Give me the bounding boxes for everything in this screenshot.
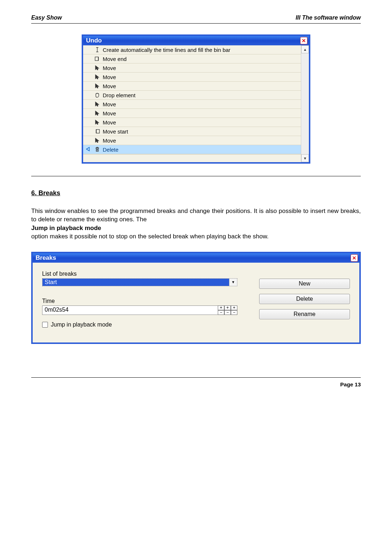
- list-of-breaks-label: List of breaks: [42, 271, 237, 277]
- undo-row-label: Move end: [103, 56, 127, 62]
- cursor-icon: [94, 74, 101, 80]
- undo-row-label: Move: [103, 74, 116, 80]
- paragraph-2: option makes it possible not to stop on …: [31, 233, 361, 241]
- jump-checkbox[interactable]: [42, 322, 48, 328]
- undo-row-label: Move: [103, 110, 116, 116]
- undo-row-label: Create automatically the time lines and …: [103, 47, 230, 53]
- undo-row-label: Move: [103, 65, 116, 71]
- undo-row[interactable]: Move: [83, 73, 301, 82]
- breaks-titlebar: Breaks ✕: [33, 253, 359, 263]
- header-divider: [31, 23, 361, 24]
- cursor-icon: [94, 101, 101, 107]
- undo-row[interactable]: Delete: [83, 145, 301, 154]
- cursor-icon: [94, 65, 101, 71]
- step-minus-icon[interactable]: −: [218, 310, 224, 315]
- text-cursor-icon: [94, 46, 101, 53]
- breaks-window: Breaks ✕ List of breaks Start ▼ Time 0m0…: [31, 252, 361, 344]
- page-header: Easy Show III The software window: [31, 15, 361, 23]
- header-left: Easy Show: [31, 15, 62, 21]
- delete-button[interactable]: Delete: [259, 294, 350, 304]
- undo-row-label: Move: [103, 83, 116, 89]
- undo-empty-row: [83, 154, 301, 162]
- chevron-down-icon[interactable]: ▼: [229, 279, 237, 286]
- move-end-icon: [94, 56, 101, 62]
- undo-row[interactable]: Move: [83, 136, 301, 145]
- undo-row[interactable]: Move: [83, 63, 301, 73]
- trash-icon: [94, 146, 101, 153]
- undo-row[interactable]: Move: [83, 100, 301, 109]
- undo-row[interactable]: Move start: [83, 127, 301, 136]
- undo-row-label: Move: [103, 101, 116, 107]
- breaks-combo[interactable]: Start ▼: [42, 278, 237, 286]
- new-button[interactable]: New: [259, 279, 350, 289]
- undo-row[interactable]: Drop element: [83, 91, 301, 100]
- breaks-title: Breaks: [36, 254, 56, 262]
- footer-divider: [31, 377, 361, 378]
- time-input[interactable]: 0m02s54: [42, 305, 218, 315]
- cursor-icon: [94, 137, 101, 144]
- undo-row-label: Delete: [103, 147, 118, 153]
- breaks-combo-value: Start: [42, 279, 229, 286]
- undo-row[interactable]: Move: [83, 82, 301, 91]
- undo-list[interactable]: Create automatically the time lines and …: [83, 45, 301, 162]
- time-label: Time: [42, 298, 237, 304]
- undo-titlebar: Undo ✕: [83, 36, 309, 45]
- scroll-up-icon[interactable]: ▲: [301, 45, 309, 53]
- step-minus-icon[interactable]: −: [224, 310, 231, 315]
- page-number: Page 13: [31, 381, 361, 387]
- section-heading: 6. Breaks: [31, 189, 361, 197]
- step-plus-icon[interactable]: +: [224, 305, 231, 310]
- header-right: III The software window: [295, 15, 361, 21]
- undo-row[interactable]: Move: [83, 118, 301, 127]
- paragraph-1: This window enables to see the programme…: [31, 207, 361, 224]
- close-icon[interactable]: ✕: [300, 37, 307, 44]
- undo-row-label: Move: [103, 138, 116, 144]
- section-divider: [31, 176, 361, 176]
- undo-row[interactable]: Move: [83, 109, 301, 118]
- cursor-icon: [94, 83, 101, 89]
- undo-marker: [85, 147, 92, 153]
- rename-button[interactable]: Rename: [259, 309, 350, 319]
- svg-rect-1: [96, 130, 99, 133]
- undo-row[interactable]: Create automatically the time lines and …: [83, 45, 301, 54]
- step-plus-icon[interactable]: +: [218, 305, 224, 310]
- undo-scrollbar[interactable]: ▲ ▼: [301, 45, 309, 162]
- jump-checkbox-label: Jump in playback mode: [51, 321, 112, 328]
- undo-title: Undo: [86, 37, 102, 44]
- cursor-icon: [94, 110, 101, 116]
- time-stepper[interactable]: + + + − − −: [218, 305, 237, 315]
- hand-icon: [94, 92, 101, 98]
- move-start-icon: [94, 128, 101, 135]
- undo-window: Undo ✕ Create automatically the time lin…: [82, 34, 310, 164]
- close-icon[interactable]: ✕: [351, 254, 358, 262]
- step-minus-icon[interactable]: −: [231, 310, 237, 315]
- cursor-icon: [94, 119, 101, 126]
- undo-row-label: Drop element: [103, 92, 135, 98]
- undo-row[interactable]: Move end: [83, 54, 301, 63]
- undo-row-label: Move: [103, 119, 116, 126]
- jump-bold-label: Jump in playback mode: [31, 225, 361, 232]
- svg-rect-0: [95, 57, 98, 61]
- undo-row-label: Move start: [103, 128, 128, 135]
- scroll-down-icon[interactable]: ▼: [301, 154, 309, 162]
- step-plus-icon[interactable]: +: [231, 305, 237, 310]
